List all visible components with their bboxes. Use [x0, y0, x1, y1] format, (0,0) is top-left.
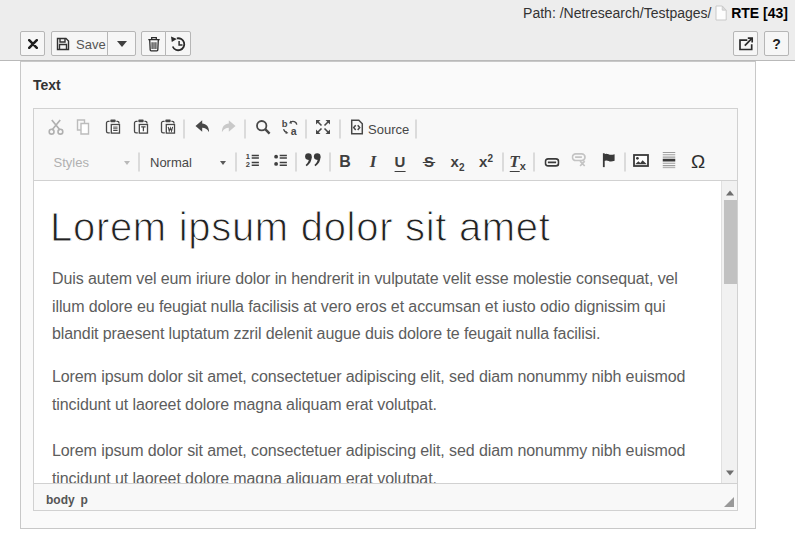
svg-text:b: b — [281, 119, 287, 129]
svg-text:a: a — [290, 125, 296, 136]
svg-text:2: 2 — [245, 160, 249, 169]
